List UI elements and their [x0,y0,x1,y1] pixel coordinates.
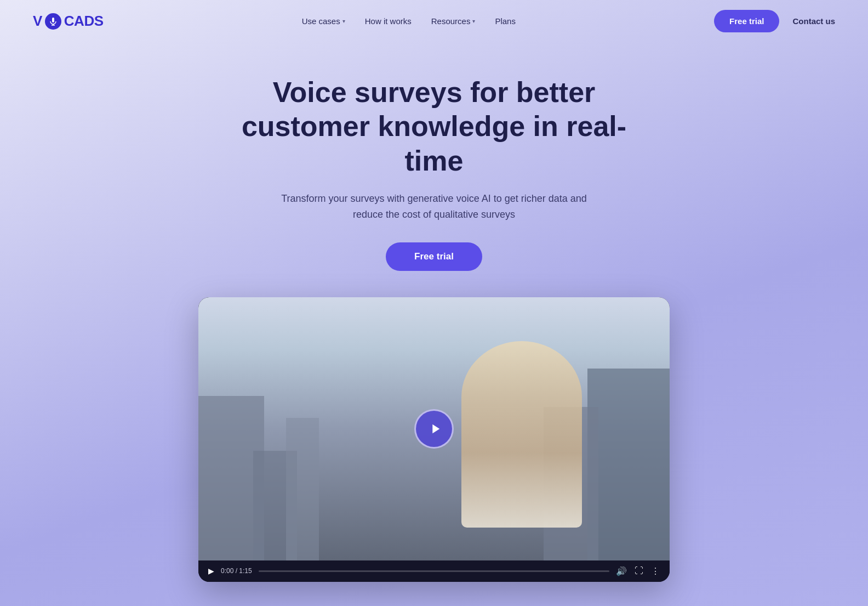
svg-rect-0 [52,18,54,22]
play-icon [427,421,443,437]
nav-links: Use cases ▾ How it works Resources ▾ Pla… [302,16,516,26]
hero-section: Voice surveys for better customer knowle… [0,42,868,604]
logo[interactable]: V CADS [33,13,104,30]
fullscreen-icon[interactable]: ⛶ [635,566,643,576]
video-content [198,297,670,560]
nav-plans[interactable]: Plans [495,16,516,26]
video-play-icon[interactable]: ▶ [208,567,214,575]
logo-icon [45,13,61,30]
more-options-icon[interactable]: ⋮ [651,566,660,576]
video-time-display: 0:00 / 1:15 [221,567,252,575]
video-progress-bar[interactable] [259,570,609,572]
logo-text-suffix: CADS [64,13,104,30]
hero-title: Voice surveys for better customer knowle… [220,75,648,178]
navbar: V CADS Use cases ▾ How it works Resou [0,0,868,42]
nav-cta: Free trial Contact us [714,10,835,32]
nav-contact-button[interactable]: Contact us [792,16,835,26]
nav-use-cases[interactable]: Use cases ▾ [302,16,345,26]
nav-free-trial-button[interactable]: Free trial [714,10,779,32]
person-silhouette [461,341,582,528]
video-player[interactable]: ▶ 0:00 / 1:15 🔊 ⛶ ⋮ [198,297,670,582]
chevron-down-icon: ▾ [342,18,345,24]
building-decoration [286,418,319,560]
nav-resources[interactable]: Resources ▾ [431,16,476,26]
nav-how-it-works[interactable]: How it works [365,16,412,26]
volume-icon[interactable]: 🔊 [616,566,627,576]
building-decoration [587,369,670,560]
chevron-down-icon: ▾ [472,18,475,24]
hero-subtitle: Transform your surveys with generative v… [270,191,598,223]
logo-text: V [33,13,42,30]
video-controls-bar: ▶ 0:00 / 1:15 🔊 ⛶ ⋮ [198,560,670,582]
video-controls-right: 🔊 ⛶ ⋮ [616,566,660,576]
play-button[interactable] [414,409,454,449]
hero-free-trial-button[interactable]: Free trial [386,242,482,271]
